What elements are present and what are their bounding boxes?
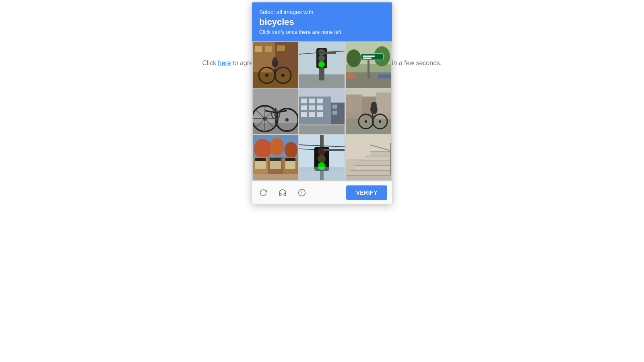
svg-point-22 [318, 55, 325, 62]
svg-rect-25 [322, 52, 336, 54]
svg-rect-99 [285, 161, 295, 169]
captcha-info-button[interactable] [295, 186, 308, 199]
svg-rect-59 [309, 99, 315, 103]
svg-rect-130 [390, 143, 391, 175]
svg-rect-97 [255, 161, 266, 169]
svg-rect-98 [270, 161, 281, 169]
svg-rect-103 [253, 174, 298, 180]
here-link[interactable]: here [218, 60, 231, 66]
captcha-footer: VERIFY [252, 181, 392, 204]
svg-point-91 [270, 138, 284, 156]
svg-rect-76 [346, 95, 362, 119]
captcha-select-label: Select all images with [259, 9, 385, 15]
svg-rect-38 [346, 74, 356, 78]
captcha-cell-8[interactable] [299, 135, 345, 180]
svg-rect-61 [301, 105, 307, 110]
svg-rect-37 [363, 58, 372, 59]
captcha-keyword: bicycles [259, 17, 385, 27]
svg-point-84 [379, 120, 381, 123]
svg-rect-5 [265, 46, 272, 52]
svg-point-90 [254, 139, 272, 159]
svg-rect-126 [355, 165, 391, 166]
svg-rect-39 [378, 74, 391, 78]
svg-point-8 [265, 74, 268, 77]
svg-rect-127 [360, 160, 391, 161]
svg-rect-128 [365, 156, 391, 156]
svg-rect-114 [324, 149, 345, 151]
captcha-verify-button[interactable]: VERIFY [346, 185, 387, 200]
svg-rect-71 [299, 124, 345, 125]
svg-point-10 [281, 74, 285, 77]
svg-rect-58 [301, 99, 307, 103]
captcha-audio-button[interactable] [276, 186, 289, 199]
svg-rect-129 [370, 151, 391, 152]
captcha-instruction: Click verify once there are none left [259, 29, 385, 35]
svg-point-24 [319, 62, 324, 67]
svg-rect-6 [277, 45, 285, 51]
svg-rect-64 [301, 112, 307, 117]
svg-point-15 [272, 57, 277, 62]
captcha-image-grid [252, 41, 392, 181]
captcha-footer-icons [257, 186, 308, 199]
svg-point-49 [285, 118, 289, 121]
svg-rect-66 [317, 112, 323, 117]
svg-rect-125 [350, 170, 391, 171]
captcha-cell-4[interactable] [253, 88, 298, 134]
svg-rect-102 [285, 158, 295, 161]
svg-rect-60 [317, 99, 323, 103]
svg-rect-115 [299, 167, 345, 180]
captcha-header: Select all images with bicycles Click ve… [252, 2, 392, 41]
svg-rect-62 [309, 105, 315, 110]
captcha-refresh-button[interactable] [257, 186, 270, 199]
captcha-cell-1[interactable] [253, 42, 298, 88]
svg-rect-4 [255, 46, 262, 52]
svg-rect-36 [363, 56, 375, 57]
svg-point-82 [365, 120, 367, 123]
svg-point-92 [285, 142, 297, 158]
captcha-cell-9[interactable] [346, 135, 391, 180]
page-background: Checking your semrush.com ... Click here… [0, 0, 644, 362]
svg-rect-70 [299, 125, 345, 134]
svg-rect-101 [270, 158, 281, 161]
svg-rect-63 [317, 105, 323, 110]
captcha-cell-3[interactable] [346, 42, 391, 88]
svg-point-30 [347, 49, 361, 67]
svg-rect-124 [346, 175, 391, 176]
captcha-modal: Select all images with bicycles Click ve… [252, 2, 392, 204]
captcha-cell-2[interactable] [299, 42, 345, 88]
svg-rect-69 [332, 111, 337, 115]
svg-rect-65 [309, 112, 315, 117]
captcha-cell-7[interactable] [253, 135, 298, 180]
svg-rect-100 [255, 158, 266, 161]
svg-point-80 [371, 102, 377, 107]
captcha-cell-6[interactable] [346, 88, 391, 134]
svg-rect-68 [332, 105, 337, 109]
svg-rect-74 [346, 119, 391, 134]
svg-point-111 [318, 155, 326, 163]
captcha-cell-5[interactable] [299, 88, 345, 134]
svg-point-54 [274, 113, 277, 116]
